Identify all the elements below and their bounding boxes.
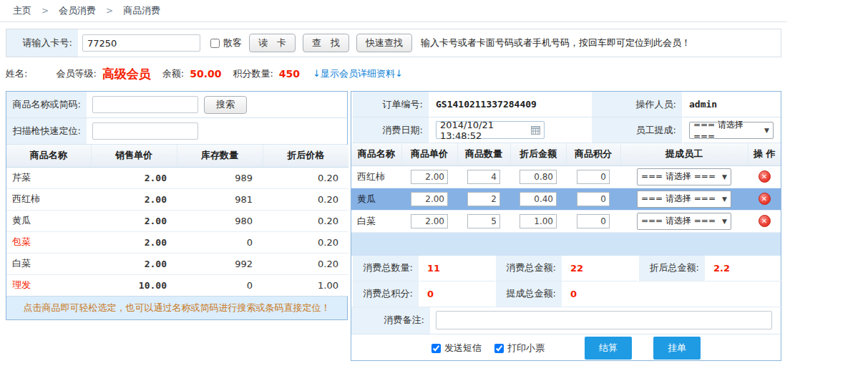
- total-amount-value: 22: [563, 256, 638, 281]
- item-staff-select-value: === 请选择 ===: [641, 170, 716, 183]
- item-qty-input[interactable]: [467, 214, 500, 228]
- item-points-input[interactable]: [577, 214, 610, 228]
- card-hint-text: 输入卡号或者卡面号码或者手机号码，按回车即可定位到此会员！: [421, 37, 691, 49]
- consume-date-picker[interactable]: 2014/10/21 13:48:52: [436, 121, 545, 139]
- goods-stock[interactable]: 989: [177, 167, 263, 188]
- chevron-down-icon: ▼: [722, 196, 727, 203]
- item-staff-select[interactable]: === 请选择 === ▼: [637, 168, 731, 186]
- find-button[interactable]: 查 找: [303, 34, 349, 52]
- goods-row[interactable]: 白菜 2.00 992 0.20: [6, 253, 348, 274]
- read-card-button[interactable]: 读 卡: [249, 34, 296, 52]
- breadcrumb-separator: >: [42, 6, 49, 16]
- goods-stock[interactable]: 981: [177, 188, 263, 210]
- goods-stock[interactable]: 980: [177, 210, 263, 231]
- print-receipt-checkbox[interactable]: [494, 344, 504, 353]
- order-item-row: 白菜 === 请选择 === ▼ ✕: [351, 210, 781, 232]
- remark-input[interactable]: [436, 311, 772, 329]
- goods-name[interactable]: 白菜: [6, 253, 91, 274]
- goods-panel-note: 点击商品即可轻松选定，也可以通过名称或简码进行搜索或条码直接定位！: [6, 296, 347, 319]
- goods-stock[interactable]: 992: [177, 253, 263, 274]
- goods-price[interactable]: 10.00: [91, 274, 177, 296]
- card-number-input[interactable]: [82, 34, 200, 52]
- balance-label: 余额:: [162, 67, 184, 80]
- goods-discount-price[interactable]: 0.20: [263, 231, 348, 253]
- calendar-icon: [531, 125, 540, 135]
- goods-stock[interactable]: 0: [177, 274, 263, 296]
- breadcrumb: 主页 > 会员消费 > 商品消费: [0, 0, 787, 22]
- goods-list-panel: 商品名称或简码: 搜索 扫描枪快速定位: 商品名称 销售单价 库存数量 折后价格…: [6, 91, 348, 320]
- hold-order-button[interactable]: 挂单: [653, 337, 701, 360]
- points-value: 450: [279, 68, 300, 80]
- guest-checkbox[interactable]: [210, 39, 220, 48]
- scan-locate-input[interactable]: [92, 122, 198, 140]
- item-price-input[interactable]: [411, 192, 448, 206]
- commission-total-label: 提成总金额:: [494, 281, 563, 307]
- item-amount-input[interactable]: [520, 170, 557, 184]
- goods-stock[interactable]: 0: [177, 231, 263, 253]
- goods-name[interactable]: 理发: [6, 274, 91, 296]
- col-header-discount-price: 折后价格: [263, 145, 348, 167]
- remark-label: 消费备注:: [351, 307, 430, 334]
- item-amount-input[interactable]: [520, 214, 557, 228]
- item-points-input[interactable]: [577, 170, 610, 184]
- col-header-item-price: 商品单价: [401, 143, 457, 165]
- goods-discount-price[interactable]: 1.00: [263, 274, 348, 296]
- item-amount-input[interactable]: [520, 192, 557, 206]
- goods-row[interactable]: 包菜 2.00 0 0.20: [6, 231, 348, 253]
- send-sms-checkbox[interactable]: [431, 344, 441, 353]
- item-name: 西红柿: [351, 165, 401, 188]
- breadcrumb-home[interactable]: 主页: [13, 4, 31, 17]
- item-name: 白菜: [351, 210, 401, 232]
- consume-date-label: 消费日期:: [351, 117, 430, 143]
- guest-checkbox-label: 散客: [223, 37, 242, 49]
- goods-name[interactable]: 黄瓜: [6, 210, 91, 231]
- goods-row[interactable]: 芹菜 2.00 989 0.20: [6, 167, 348, 188]
- item-qty-input[interactable]: [467, 192, 500, 206]
- discount-total-value: 2.2: [706, 256, 782, 281]
- goods-price[interactable]: 2.00: [91, 210, 177, 231]
- delete-item-icon[interactable]: ✕: [759, 215, 771, 227]
- settle-button[interactable]: 结算: [585, 337, 632, 360]
- goods-discount-price[interactable]: 0.20: [263, 167, 348, 188]
- goods-price[interactable]: 2.00: [91, 188, 177, 210]
- staff-commission-select[interactable]: === 请选择 === ▼: [689, 122, 774, 139]
- item-price-input[interactable]: [411, 170, 448, 184]
- goods-discount-price[interactable]: 0.20: [263, 210, 348, 231]
- order-info: 订单编号: GS1410211337284409 操作人员: admin 消费日…: [351, 92, 781, 143]
- col-header-stock-qty: 库存数量: [177, 145, 263, 167]
- goods-row[interactable]: 黄瓜 2.00 980 0.20: [6, 210, 348, 231]
- goods-name[interactable]: 芹菜: [6, 167, 91, 188]
- goods-search-input[interactable]: [92, 96, 198, 113]
- member-info-row: 姓名: 会员等级: 高级会员 余额: 50.00 积分数量: 450 ↓显示会员…: [6, 64, 781, 83]
- col-header-operation: 操 作: [748, 143, 781, 165]
- breadcrumb-goods-consume[interactable]: 商品消费: [123, 4, 160, 17]
- quick-find-button[interactable]: 快速查找: [356, 34, 412, 52]
- action-row: 发送短信 打印小票 结算 挂单: [351, 334, 781, 362]
- goods-price[interactable]: 2.00: [91, 167, 177, 188]
- item-qty-input[interactable]: [467, 170, 500, 184]
- summary-empty-cell: [706, 281, 782, 307]
- item-staff-select[interactable]: === 请选择 === ▼: [637, 213, 731, 230]
- total-amount-label: 消费总金额:: [494, 256, 563, 281]
- goods-row[interactable]: 理发 10.00 0 1.00: [6, 274, 348, 296]
- goods-discount-price[interactable]: 0.20: [263, 188, 348, 210]
- item-price-input[interactable]: [411, 214, 448, 228]
- goods-price[interactable]: 2.00: [91, 253, 177, 274]
- show-member-detail-link[interactable]: ↓显示会员详细资料↓: [313, 67, 403, 80]
- delete-item-icon[interactable]: ✕: [759, 193, 771, 205]
- order-summary: 消费总数量: 11 消费总金额: 22 折后总金额: 2.2 消费总积分: 0 …: [351, 256, 781, 307]
- goods-row[interactable]: 西红柿 2.00 981 0.20: [6, 188, 348, 210]
- item-name: 黄瓜: [351, 188, 401, 210]
- goods-price[interactable]: 2.00: [91, 231, 177, 253]
- order-items-header: 商品名称 商品单价 商品数量 折后金额 商品积分 提成员工 操 作: [351, 143, 781, 165]
- goods-name[interactable]: 包菜: [6, 231, 91, 253]
- goods-discount-price[interactable]: 0.20: [263, 253, 348, 274]
- print-receipt-label: 打印小票: [507, 342, 545, 355]
- item-points-input[interactable]: [577, 192, 610, 206]
- search-button[interactable]: 搜索: [204, 96, 247, 114]
- chevron-down-icon: ▼: [764, 127, 769, 134]
- goods-name[interactable]: 西红柿: [6, 188, 91, 210]
- delete-item-icon[interactable]: ✕: [759, 170, 771, 183]
- item-staff-select[interactable]: === 请选择 === ▼: [637, 191, 731, 208]
- breadcrumb-member-consume[interactable]: 会员消费: [59, 4, 96, 17]
